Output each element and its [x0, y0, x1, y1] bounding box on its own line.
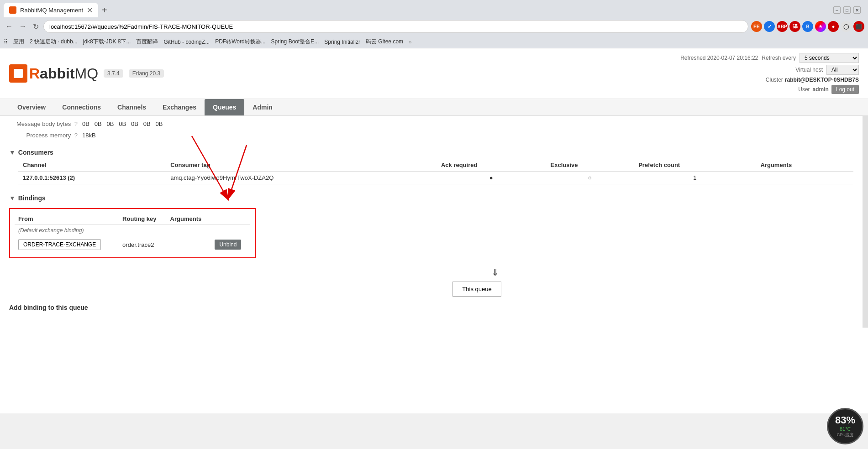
content-area: Message body bytes ? 0B 0B 0B 0B 0B 0B 0…: [0, 120, 863, 328]
check-icon: ✓: [764, 21, 775, 32]
main-nav: Overview Connections Channels Exchanges …: [0, 99, 868, 116]
erlang-badge: Erlang 20.3: [129, 69, 164, 78]
consumers-header[interactable]: ▼ Consumers: [9, 146, 853, 159]
cell-from: ORDER-TRACE-EXCHANGE: [15, 236, 119, 253]
bookmark-2[interactable]: jdk8下载-JDK 8下...: [83, 38, 131, 46]
process-memory-question[interactable]: ?: [74, 132, 78, 139]
col-prefetch-count: Prefetch count: [634, 159, 756, 172]
bing-icon: B: [802, 21, 813, 32]
more-bookmarks-icon[interactable]: »: [409, 39, 412, 45]
message-body-text: Message body bytes: [16, 120, 71, 127]
message-body-label: Message body bytes ?: [9, 120, 82, 127]
cell-channel: 127.0.0.1:52613 (2): [18, 172, 166, 184]
forward-button[interactable]: →: [17, 21, 28, 32]
nav-overview[interactable]: Overview: [9, 99, 54, 115]
col-ack-required: Ack required: [437, 159, 546, 172]
bookmark-apps[interactable]: 应用: [13, 38, 24, 46]
process-memory-text: Process memory: [26, 132, 71, 139]
cell-ack-required: ●: [437, 172, 546, 184]
logo-icon: [9, 64, 27, 83]
col-routing-key: Routing key: [119, 214, 166, 224]
col-arguments: Arguments: [756, 159, 853, 172]
col-channel: Channel: [18, 159, 166, 172]
app-header: RabbitMQ 3.7.4 Erlang 20.3 Refreshed 202…: [0, 48, 868, 99]
process-memory-row: Process memory ? 18kB: [9, 132, 853, 139]
vhost-label: Virtual host: [795, 67, 823, 73]
default-exchange-row: (Default exchange binding): [15, 224, 250, 237]
bookmark-8[interactable]: 码云 Gitee.com: [366, 38, 403, 46]
minimize-button[interactable]: –: [833, 6, 841, 14]
user-value: admin: [813, 86, 829, 93]
bindings-box: From Routing key Arguments (Default exch…: [9, 208, 256, 258]
refresh-label: Refresh every: [762, 55, 796, 61]
refresh-row: Refreshed 2020-02-07 20:16:22 Refresh ev…: [680, 53, 859, 63]
fe-icon: FE: [751, 21, 762, 32]
nav-channels[interactable]: Channels: [109, 99, 154, 115]
bookmark-5[interactable]: PDF转Word转换器...: [215, 38, 265, 46]
bookmark-7[interactable]: Spring Initializr: [324, 39, 360, 45]
tab-title: RabbitMQ Management: [20, 7, 83, 14]
consumers-title: Consumers: [18, 149, 53, 156]
consumers-table: Channel Consumer tag Ack required Exclus…: [18, 159, 853, 184]
nav-exchanges[interactable]: Exchanges: [154, 99, 205, 115]
bindings-header[interactable]: ▼ Bindings: [9, 192, 853, 204]
back-button[interactable]: ←: [4, 21, 15, 32]
ext3-icon: ⬛: [853, 21, 864, 32]
close-button[interactable]: ✕: [853, 6, 861, 14]
version-badge: 3.7.4: [104, 69, 123, 78]
tab-close-button[interactable]: ✕: [87, 6, 93, 15]
user-label: User: [798, 86, 810, 93]
process-memory-label: Process memory ?: [9, 132, 82, 139]
exchange-button[interactable]: ORDER-TRACE-EXCHANGE: [18, 239, 101, 250]
bookmark-6[interactable]: Spring Boot整合E...: [271, 38, 319, 46]
cluster-label: Cluster: [766, 77, 783, 83]
nav-queues[interactable]: Queues: [205, 99, 244, 115]
vhost-row: Virtual host All / /admin: [680, 65, 859, 75]
nav-connections[interactable]: Connections: [54, 99, 109, 115]
default-exchange-text: (Default exchange binding): [15, 224, 250, 237]
message-body-question[interactable]: ?: [74, 120, 78, 127]
ext1-icon: ●: [828, 21, 839, 32]
vhost-select[interactable]: All / /admin: [826, 65, 859, 75]
down-arrow-icon: ⇓: [491, 267, 499, 277]
logout-button[interactable]: Log out: [831, 85, 859, 94]
refreshed-timestamp: Refreshed 2020-02-07 20:16:22: [680, 55, 758, 61]
refresh-select[interactable]: 5 seconds Manually Every 10 seconds Ever…: [800, 53, 859, 63]
cell-exclusive: ○: [546, 172, 634, 184]
app-container: RabbitMQ 3.7.4 Erlang 20.3 Refreshed 202…: [0, 48, 868, 413]
unbind-button[interactable]: Unbind: [215, 240, 241, 250]
col-from: From: [15, 214, 119, 224]
consumers-content: Channel Consumer tag Ack required Exclus…: [9, 159, 853, 184]
cluster-row: Cluster rabbit@DESKTOP-0SHDB7S: [680, 77, 859, 83]
user-row: User admin Log out: [680, 85, 859, 94]
message-body-values: 0B 0B 0B 0B 0B 0B 0B: [82, 120, 163, 127]
header-right: Refreshed 2020-02-07 20:16:22 Refresh ev…: [680, 53, 859, 94]
maximize-button[interactable]: □: [843, 6, 851, 14]
address-bar-row: ← → ↻ FE ✓ ABP 译 B ★ ● ◯ ⬛: [0, 17, 868, 36]
nav-admin[interactable]: Admin: [244, 99, 281, 115]
bookmark-1[interactable]: 2 快速启动 · dubb...: [30, 38, 78, 46]
bookmarks-bar: ⠿ 应用 2 快速启动 · dubb... jdk8下载-JDK 8下... 百…: [0, 36, 868, 48]
bookmark-3[interactable]: 百度翻译: [136, 38, 158, 46]
tab-bar: RabbitMQ Management ✕ + – □ ✕: [0, 0, 868, 17]
col-arguments: Arguments: [167, 214, 211, 224]
active-tab[interactable]: RabbitMQ Management ✕: [4, 3, 98, 17]
bindings-toggle-icon: ▼: [9, 194, 16, 202]
address-input[interactable]: [43, 20, 748, 33]
cell-arguments: [756, 172, 853, 184]
cell-prefetch-count: 1: [634, 172, 756, 184]
col-actions: [211, 214, 250, 224]
message-body-bytes-row: Message body bytes ? 0B 0B 0B 0B 0B 0B 0…: [9, 120, 853, 127]
new-tab-button[interactable]: +: [98, 5, 111, 16]
browser-actions: FE ✓ ABP 译 B ★ ● ◯ ⬛: [751, 21, 864, 32]
logo-name: RabbitMQ: [29, 65, 98, 82]
flow-arrow: ⇓: [9, 263, 853, 282]
bookmark-4[interactable]: GitHub - codingZ...: [163, 39, 210, 45]
ext2-icon: ◯: [841, 21, 852, 32]
cluster-value: rabbit@DESKTOP-0SHDB7S: [785, 77, 859, 83]
table-row: ORDER-TRACE-EXCHANGE order.trace2 Unbind: [15, 236, 250, 253]
reload-button[interactable]: ↻: [31, 21, 41, 33]
scrollbar[interactable]: [863, 116, 868, 328]
this-queue-button[interactable]: This queue: [452, 282, 501, 297]
apps-icon: ⠿: [4, 39, 8, 45]
